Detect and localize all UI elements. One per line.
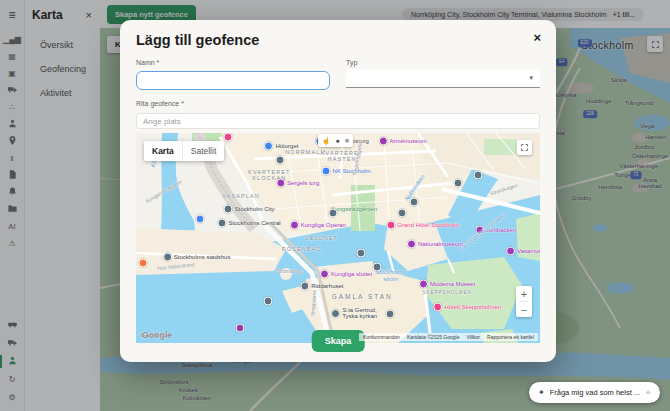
pan-tool-icon[interactable]: ☝ [322,137,331,144]
maptype-satellite-button[interactable]: Satellit [183,146,225,156]
map-label: Stockholms stadshus [163,252,231,261]
map-label [385,309,396,318]
map-label: Kungliga Operan [290,221,346,230]
map-label: SKEPPSHOLMEN [422,290,471,295]
circle-tool-icon[interactable]: ● [336,137,340,144]
map-label [264,297,275,306]
map-label [474,171,485,180]
maptype-control: Karta Satellit [144,141,224,161]
map-label [328,208,339,217]
map-label [223,133,234,142]
fullscreen-icon [520,143,529,152]
voice-icon: ✧ [645,389,651,397]
map-label: Moderna Museet [419,280,475,289]
map-fullscreen-button[interactable] [517,140,532,155]
modal-form-row: Namn * Typ ▾ [136,59,540,90]
map-label: GAMLA STAN [332,293,393,300]
add-geofence-modal: Lägg till geofence × Namn * Typ ▾ Rita g… [120,20,556,362]
map-label: Nationalmuseum [407,240,463,249]
map-label: Strömsborg [277,269,303,275]
map-label [397,208,408,217]
map-label: Hötorget [264,141,298,150]
map-label: S:ta Gertrud, Tyska kyrkan [331,307,377,321]
map-label: LEJONET [306,235,338,241]
map-label: Kungsholmsgatan [145,179,183,204]
ask-anything-pill[interactable]: ✦ Fråga mig vad som helst ... ✧ [529,382,660,403]
map-label: Stockholm City [224,204,275,213]
map-label [236,324,247,333]
map-label: NK Stockholm [322,166,371,175]
google-logo[interactable]: Google [142,330,172,340]
zoom-out-button[interactable]: − [516,302,532,317]
maptype-map-button[interactable]: Karta [144,141,183,161]
map-label: Armémuseum [378,137,426,146]
sparkle-icon: ✦ [538,388,545,397]
geofence-map[interactable]: NORRMALM KVARTERET KLOCKAN KVARTERET HÄS… [136,133,540,343]
map-label: Kungliga slottet [320,269,372,278]
modal-close-icon[interactable]: × [533,30,541,45]
map-label: Skeppsbron [310,290,318,317]
polygon-tool-icon[interactable]: ■ [345,137,349,144]
map-label: Strandvägen [489,183,518,197]
ask-anything-label: Fråga mig vad som helst ... [550,388,640,397]
name-input[interactable] [136,71,330,90]
map-label: Grand Hôtel Stockholm [386,221,459,230]
zoom-in-button[interactable]: + [516,286,532,301]
map-label: Hotell Skeppsholmen [433,303,501,312]
map-label [409,198,420,207]
create-button[interactable]: Skapa [312,330,365,352]
type-select[interactable]: ▾ [346,69,540,88]
drawing-tools: ☝●■ [318,134,353,147]
map-label [454,179,465,188]
name-label: Namn * [136,59,330,66]
type-label: Typ [346,59,540,66]
place-search-input[interactable] [136,113,540,129]
map-label [139,259,150,268]
map-label [195,215,206,224]
map-labels-layer: NORRMALM KVARTERET KLOCKAN KVARTERET HÄS… [136,133,540,343]
map-label: Stockholms Central [218,219,281,228]
map-attribution: KortkommandonKartdata ©2025 GoogleVillko… [359,333,538,341]
map-label: Sergels torg [276,179,319,188]
map-label: Norr Mälarstrand [157,263,195,273]
modal-title: Lägg till geofence [136,32,540,48]
map-label [357,248,368,257]
map-label: Vasamuseet [506,246,540,255]
chevron-down-icon: ▾ [529,74,533,82]
map-label [276,156,287,165]
draw-geofence-label: Rita geofence * [136,100,540,107]
map-label: Riddarhuset [300,282,343,291]
map-label: VASAPLAN [222,193,259,199]
map-label: ROSENBAD [282,245,322,251]
map-label [373,263,384,272]
zoom-control: + − [516,286,532,317]
